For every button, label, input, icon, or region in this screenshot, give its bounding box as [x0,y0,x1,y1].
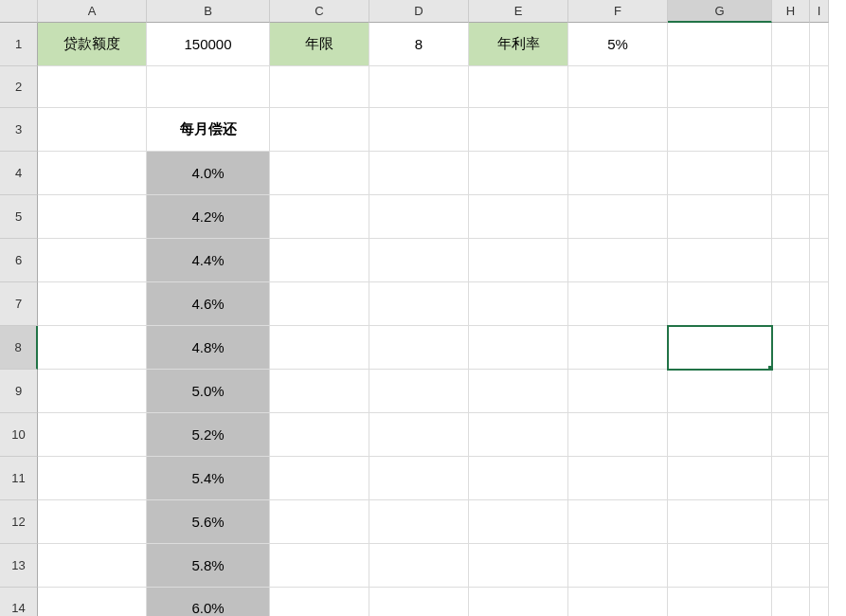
cell-G5[interactable] [668,195,772,239]
col-header-H[interactable]: H [772,0,810,23]
cell-D7[interactable] [369,282,469,326]
cell-E11[interactable] [469,457,568,500]
cell-F12[interactable] [568,500,668,544]
cell-G1[interactable] [668,23,772,66]
cell-G10[interactable] [668,413,772,457]
cell-H2[interactable] [772,66,810,108]
cell-I11[interactable] [810,457,829,500]
cell-F10[interactable] [568,413,668,457]
cell-C9[interactable] [270,370,369,413]
cell-E12[interactable] [469,500,568,544]
cell-H1[interactable] [772,23,810,66]
cell-H7[interactable] [772,282,810,326]
cell-H12[interactable] [772,500,810,544]
cell-A10[interactable] [38,413,147,457]
cell-D6[interactable] [369,239,469,282]
cell-I1[interactable] [810,23,829,66]
col-header-G[interactable]: G [668,0,772,23]
cell-D13[interactable] [369,544,469,588]
cell-B13[interactable]: 5.8% [147,544,270,588]
cell-I8[interactable] [810,326,829,370]
col-header-C[interactable]: C [270,0,369,23]
cell-I9[interactable] [810,370,829,413]
cell-I10[interactable] [810,413,829,457]
cell-F4[interactable] [568,152,668,195]
cell-A14[interactable] [38,588,147,616]
cell-H8[interactable] [772,326,810,370]
cell-E8[interactable] [469,326,568,370]
cell-C12[interactable] [270,500,369,544]
cell-H9[interactable] [772,370,810,413]
cell-D14[interactable] [369,588,469,616]
cell-H11[interactable] [772,457,810,500]
cell-G7[interactable] [668,282,772,326]
cell-G4[interactable] [668,152,772,195]
cell-B3[interactable]: 每月偿还 [147,108,270,152]
cell-A3[interactable] [38,108,147,152]
cell-E13[interactable] [469,544,568,588]
cell-H6[interactable] [772,239,810,282]
cell-H5[interactable] [772,195,810,239]
cell-D12[interactable] [369,500,469,544]
cell-F9[interactable] [568,370,668,413]
row-header-8[interactable]: 8 [0,326,38,370]
cell-I12[interactable] [810,500,829,544]
row-header-5[interactable]: 5 [0,195,38,239]
cell-B10[interactable]: 5.2% [147,413,270,457]
row-header-10[interactable]: 10 [0,413,38,457]
cell-B12[interactable]: 5.6% [147,500,270,544]
cell-G3[interactable] [668,108,772,152]
cell-G14[interactable] [668,588,772,616]
cell-G11[interactable] [668,457,772,500]
cell-D9[interactable] [369,370,469,413]
cell-G8[interactable] [668,326,772,370]
cell-C10[interactable] [270,413,369,457]
cell-C11[interactable] [270,457,369,500]
cell-A12[interactable] [38,500,147,544]
cell-I5[interactable] [810,195,829,239]
cell-F3[interactable] [568,108,668,152]
cell-D4[interactable] [369,152,469,195]
cell-C7[interactable] [270,282,369,326]
cell-C5[interactable] [270,195,369,239]
cell-F2[interactable] [568,66,668,108]
row-header-3[interactable]: 3 [0,108,38,152]
cell-F13[interactable] [568,544,668,588]
cell-C14[interactable] [270,588,369,616]
cell-I2[interactable] [810,66,829,108]
cell-A6[interactable] [38,239,147,282]
cell-B9[interactable]: 5.0% [147,370,270,413]
col-header-A[interactable]: A [38,0,147,23]
cell-F6[interactable] [568,239,668,282]
cell-A11[interactable] [38,457,147,500]
cell-G2[interactable] [668,66,772,108]
cell-E4[interactable] [469,152,568,195]
cell-A1[interactable]: 贷款额度 [38,23,147,66]
cell-A5[interactable] [38,195,147,239]
cell-H14[interactable] [772,588,810,616]
row-header-7[interactable]: 7 [0,282,38,326]
cell-A8[interactable] [38,326,147,370]
cell-C2[interactable] [270,66,369,108]
cell-C13[interactable] [270,544,369,588]
cell-D8[interactable] [369,326,469,370]
cell-E14[interactable] [469,588,568,616]
cell-D10[interactable] [369,413,469,457]
cell-D2[interactable] [369,66,469,108]
row-header-12[interactable]: 12 [0,500,38,544]
col-header-D[interactable]: D [369,0,469,23]
cell-B5[interactable]: 4.2% [147,195,270,239]
cell-A4[interactable] [38,152,147,195]
cell-E3[interactable] [469,108,568,152]
row-header-9[interactable]: 9 [0,370,38,413]
cell-F11[interactable] [568,457,668,500]
col-header-E[interactable]: E [469,0,568,23]
cell-B6[interactable]: 4.4% [147,239,270,282]
cell-E10[interactable] [469,413,568,457]
cell-B8[interactable]: 4.8% [147,326,270,370]
cell-E1[interactable]: 年利率 [469,23,568,66]
cell-F7[interactable] [568,282,668,326]
cell-I4[interactable] [810,152,829,195]
row-header-1[interactable]: 1 [0,23,38,66]
cell-C3[interactable] [270,108,369,152]
